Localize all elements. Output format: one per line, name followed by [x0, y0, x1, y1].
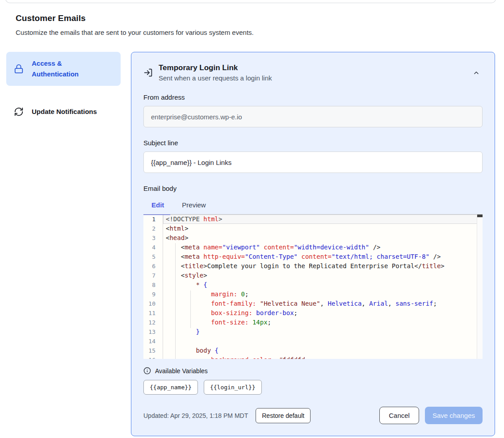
available-variables-label: Available Variables [155, 367, 208, 375]
line-number: 5 [143, 252, 163, 261]
code-line[interactable]: 11 box-sizing: border-box; [143, 308, 483, 318]
save-changes-button[interactable]: Save changes [425, 407, 483, 424]
line-number: 14 [143, 337, 163, 346]
page-subtitle: Customize the emails that are sent to yo… [16, 29, 504, 36]
temporary-login-link-panel: Temporary Login Link Sent when a user re… [131, 52, 495, 436]
code-line[interactable]: 4 <meta name="viewport" content="width=d… [143, 243, 483, 252]
code-line[interactable]: 8 * { [143, 280, 483, 290]
line-number: 7 [143, 271, 163, 280]
line-number: 2 [143, 224, 163, 233]
panel-footer: Updated: Apr 29, 2025, 1:18 PM MDT Resto… [143, 407, 483, 424]
sidebar-item-update-notifications[interactable]: Update Notifications [6, 100, 121, 123]
line-number: 12 [143, 318, 163, 327]
line-number: 8 [143, 280, 163, 290]
variable-chip-login-url[interactable]: {{login_url}} [204, 380, 262, 395]
code-line[interactable]: 1<!DOCTYPE html> [143, 215, 483, 224]
code-line[interactable]: 16 background-color: #fdfdfd; [143, 355, 483, 359]
code-line[interactable]: 15 body { [143, 346, 483, 355]
email-body-tabs: Edit Preview [143, 201, 483, 214]
lock-icon [13, 63, 24, 74]
line-number: 15 [143, 346, 163, 355]
email-body-label: Email body [143, 185, 483, 192]
code-line[interactable]: 12 font-size: 14px; [143, 318, 483, 327]
panel-header: Temporary Login Link Sent when a user re… [143, 63, 483, 82]
info-icon [143, 367, 151, 375]
editor-scrollbar-thumb[interactable] [477, 215, 483, 217]
cancel-button[interactable]: Cancel [379, 407, 419, 424]
from-address-label: From address [143, 93, 483, 101]
code-line[interactable]: 5 <meta http-equiv="Content-Type" conten… [143, 252, 483, 261]
page-header: Customer Emails Customize the emails tha… [0, 0, 504, 36]
previous-card-bottom-edge [5, 0, 496, 3]
tab-edit[interactable]: Edit [151, 201, 164, 214]
refresh-icon [13, 106, 24, 117]
panel-subtitle: Sent when a user requests a login link [159, 74, 272, 82]
editor-scrollbar[interactable] [477, 215, 483, 359]
line-number: 9 [143, 290, 163, 299]
code-line[interactable]: 2<html> [143, 224, 483, 233]
code-line[interactable]: 7 <style> [143, 271, 483, 280]
code-line[interactable]: 3<head> [143, 233, 483, 243]
code-line[interactable]: 6 <title>Complete your login to the Repl… [143, 261, 483, 271]
variable-chip-app-name[interactable]: {{app_name}} [143, 380, 198, 395]
tab-preview[interactable]: Preview [182, 201, 206, 214]
line-number: 4 [143, 243, 163, 252]
line-number: 13 [143, 327, 163, 337]
code-lines: 1<!DOCTYPE html>2<html>3<head>4 <meta na… [143, 215, 483, 359]
subject-line-label: Subject line [143, 139, 483, 147]
chevron-up-icon[interactable] [473, 69, 480, 76]
panel-title: Temporary Login Link [159, 63, 272, 72]
code-line[interactable]: 9 margin: 0; [143, 290, 483, 299]
line-number: 16 [143, 355, 163, 359]
code-editor[interactable]: 1<!DOCTYPE html>2<html>3<head>4 <meta na… [143, 214, 483, 359]
code-line[interactable]: 10 font-family: "Helvetica Neue", Helvet… [143, 299, 483, 308]
from-address-input[interactable] [143, 106, 483, 127]
available-variables-row: Available Variables [143, 367, 483, 375]
code-line[interactable]: 13 } [143, 327, 483, 337]
code-line[interactable]: 14 [143, 337, 483, 346]
customer-emails-page: Customer Emails Customize the emails tha… [0, 0, 504, 438]
line-number: 10 [143, 299, 163, 308]
line-number: 6 [143, 261, 163, 271]
sidebar-item-access-authentication[interactable]: Access & Authentication [6, 52, 121, 86]
line-number: 11 [143, 308, 163, 318]
restore-default-button[interactable]: Restore default [256, 408, 311, 423]
line-number: 3 [143, 233, 163, 243]
email-types-sidebar: Access & Authentication Update Notificat… [6, 52, 121, 123]
active-tab-underline [143, 214, 170, 215]
line-number: 1 [143, 215, 163, 224]
updated-timestamp: Updated: Apr 29, 2025, 1:18 PM MDT [143, 412, 248, 419]
sidebar-item-label: Access & Authentication [32, 58, 99, 80]
variable-chips: {{app_name}} {{login_url}} [143, 380, 483, 395]
sidebar-item-label: Update Notifications [32, 106, 97, 117]
login-icon [143, 68, 153, 77]
subject-line-input[interactable] [143, 152, 483, 173]
page-title: Customer Emails [16, 13, 504, 23]
